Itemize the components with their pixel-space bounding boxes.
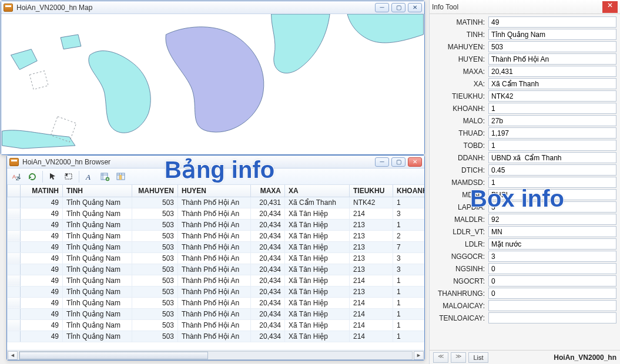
scroll-left-button[interactable]: ◄ [8, 351, 18, 360]
pointer-button[interactable] [46, 170, 60, 183]
cell[interactable]: 503 [132, 286, 178, 297]
maximize-button[interactable]: ▢ [391, 3, 405, 12]
cell[interactable]: Thành Phố Hội An [178, 264, 251, 275]
field-input[interactable] [488, 127, 616, 139]
cell[interactable]: Xã Tân Hiệp [285, 264, 350, 275]
field-input[interactable] [488, 53, 616, 65]
cell[interactable]: Xã Tân Hiệp [285, 208, 350, 219]
cell[interactable]: Tỉnh Quảng Nam [63, 331, 132, 342]
cell[interactable]: Thành Phố Hội An [178, 308, 251, 319]
cell[interactable]: Xã Tân Hiệp [285, 319, 350, 331]
list-button[interactable]: List [468, 352, 488, 363]
font-style-button[interactable]: A [82, 170, 96, 183]
cell[interactable]: 3 [393, 264, 425, 275]
field-input[interactable] [488, 103, 616, 114]
sort-az-button[interactable]: AZ [9, 170, 24, 183]
cell[interactable]: 214 [350, 308, 393, 319]
cell[interactable]: Thành Phố Hội An [178, 219, 251, 230]
cell[interactable]: 1 [393, 319, 425, 331]
column-header[interactable]: MAHUYEN [132, 185, 178, 197]
field-input[interactable] [488, 16, 616, 28]
cell[interactable]: 49 [21, 331, 63, 342]
cell[interactable]: Thành Phố Hội An [178, 252, 251, 264]
cell[interactable]: 503 [132, 230, 178, 241]
row-handle[interactable] [8, 241, 21, 252]
horizontal-scrollbar[interactable]: ◄ ► [7, 350, 424, 360]
cell[interactable]: 1 [393, 308, 425, 319]
cell[interactable]: 503 [132, 308, 178, 319]
cell[interactable]: 503 [132, 197, 178, 208]
close-button[interactable]: ✕ [602, 1, 618, 13]
cell[interactable]: 214 [350, 297, 393, 308]
cell[interactable]: Xã Tân Hiệp [285, 286, 350, 297]
cell[interactable]: 20,434 [251, 241, 285, 252]
cell[interactable]: Xã Tân Hiệp [285, 230, 350, 241]
map-titlebar[interactable]: HoiAn_VN2000_hn Map ─ ▢ ✕ [1, 1, 424, 14]
cell[interactable]: Thành Phố Hội An [178, 241, 251, 252]
field-input[interactable] [488, 312, 616, 323]
cell[interactable]: 20,434 [251, 319, 285, 331]
column-header[interactable]: KHOANH [393, 185, 425, 197]
column-header[interactable]: MATINH [21, 185, 63, 197]
cell[interactable]: 49 [21, 275, 63, 286]
table-row[interactable]: 49Tỉnh Quảng Nam503Thành Phố Hội An20,43… [8, 286, 425, 297]
cell[interactable]: 214 [350, 331, 393, 342]
cell[interactable]: 20,434 [251, 208, 285, 219]
cell[interactable]: 20,434 [251, 308, 285, 319]
row-handle[interactable] [8, 331, 21, 342]
cell[interactable]: Xã Tân Hiệp [285, 308, 350, 319]
cell[interactable]: Thành Phố Hội An [178, 297, 251, 308]
table-row[interactable]: 49Tỉnh Quảng Nam503Thành Phố Hội An20,43… [8, 219, 425, 230]
cell[interactable]: 1 [393, 331, 425, 342]
cell[interactable]: Thành Phố Hội An [178, 319, 251, 331]
cell[interactable]: Tỉnh Quảng Nam [63, 197, 132, 208]
cell[interactable]: 7 [393, 241, 425, 252]
cell[interactable]: 213 [350, 264, 393, 275]
row-handle[interactable] [8, 252, 21, 264]
pick-fields-button[interactable] [114, 170, 128, 183]
add-field-button[interactable] [98, 170, 112, 183]
column-header[interactable]: XA [285, 185, 350, 197]
cell[interactable]: 503 [132, 275, 178, 286]
cell[interactable]: Tỉnh Quảng Nam [63, 208, 132, 219]
cell[interactable]: 2 [393, 230, 425, 241]
cell[interactable]: 49 [21, 252, 63, 264]
cell[interactable]: 49 [21, 219, 63, 230]
table-row[interactable]: 49Tỉnh Quảng Nam503Thành Phố Hội An20,43… [8, 197, 425, 208]
cell[interactable]: Thành Phố Hội An [178, 331, 251, 342]
field-input[interactable] [488, 275, 616, 287]
maximize-button[interactable]: ▢ [391, 157, 405, 167]
field-input[interactable] [488, 189, 616, 200]
cell[interactable]: 213 [350, 230, 393, 241]
cell[interactable]: 213 [350, 252, 393, 264]
cell[interactable]: 20,434 [251, 264, 285, 275]
marquee-button[interactable] [62, 170, 76, 183]
cell[interactable]: Tỉnh Quảng Nam [63, 219, 132, 230]
row-handle[interactable] [8, 230, 21, 241]
cell[interactable]: Thành Phố Hội An [178, 197, 251, 208]
table-row[interactable]: 49Tỉnh Quảng Nam503Thành Phố Hội An20,43… [8, 319, 425, 331]
cell[interactable]: 3 [393, 208, 425, 219]
cell[interactable]: Tỉnh Quảng Nam [63, 286, 132, 297]
scroll-track[interactable] [19, 351, 413, 360]
cell[interactable]: 49 [21, 241, 63, 252]
field-input[interactable] [488, 41, 616, 52]
field-input[interactable] [488, 288, 616, 299]
cell[interactable]: Thành Phố Hội An [178, 230, 251, 241]
cell[interactable]: Xã Tân Hiệp [285, 241, 350, 252]
cell[interactable]: 49 [21, 286, 63, 297]
minimize-button[interactable]: ─ [375, 3, 389, 12]
field-input[interactable] [488, 177, 616, 188]
row-handle[interactable] [8, 197, 21, 208]
cell[interactable]: 3 [393, 252, 425, 264]
cell[interactable]: 49 [21, 208, 63, 219]
field-input[interactable] [488, 152, 616, 163]
browser-titlebar[interactable]: HoiAn_VN2000_hn Browser ─ ▢ ✕ [7, 156, 424, 168]
cell[interactable]: Xã Tân Hiệp [285, 297, 350, 308]
minimize-button[interactable]: ─ [375, 157, 389, 167]
cell[interactable]: Xã Tân Hiệp [285, 275, 350, 286]
refresh-button[interactable] [25, 170, 39, 183]
table-row[interactable]: 49Tỉnh Quảng Nam503Thành Phố Hội An20,43… [8, 208, 425, 219]
field-input[interactable] [488, 78, 616, 89]
table-row[interactable]: 49Tỉnh Quảng Nam503Thành Phố Hội An20,43… [8, 230, 425, 241]
